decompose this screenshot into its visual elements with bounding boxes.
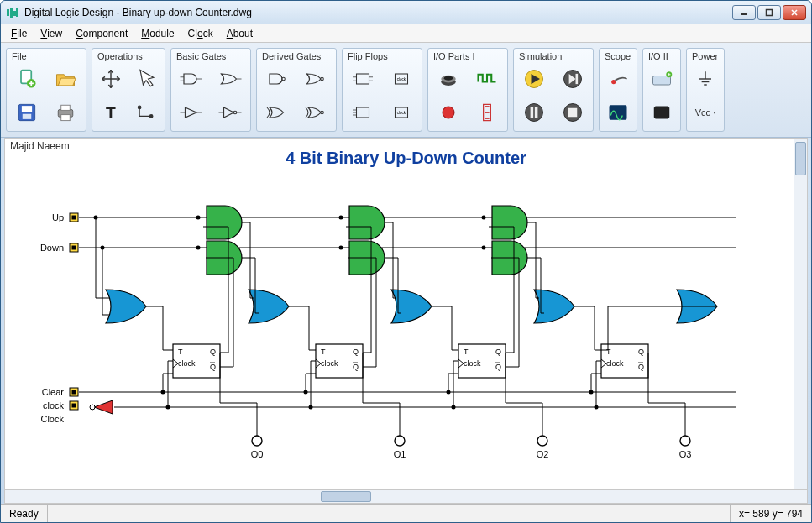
not-gate-tool[interactable] — [213, 97, 247, 128]
menu-component[interactable]: Component — [71, 26, 133, 41]
move-tool[interactable] — [96, 64, 126, 94]
nand-gate-tool[interactable] — [260, 64, 294, 94]
diagram-title: 4 Bit Binary Up-Down Counter — [5, 139, 807, 168]
svg-point-96 — [339, 246, 343, 250]
maximize-button[interactable] — [757, 5, 781, 20]
pin-up — [70, 213, 78, 222]
status-ready: Ready — [1, 505, 48, 522]
stop-button[interactable] — [556, 97, 589, 128]
pause-button[interactable] — [517, 97, 551, 128]
pin-clock-in — [70, 401, 78, 410]
lbl-clear: Clear — [42, 387, 65, 397]
not-gate — [90, 400, 113, 414]
app-window: Digital Logic Design - Binary up-down Co… — [0, 0, 812, 523]
canvas[interactable]: Majid Naeem 4 Bit Binary Up-Down Counter… — [5, 139, 807, 503]
vertical-scrollbar[interactable] — [794, 139, 807, 489]
keyboard-tool[interactable] — [647, 64, 677, 94]
jk-ff-tool[interactable] — [346, 97, 380, 128]
and-gate-tool[interactable] — [175, 64, 208, 94]
buffer-tool[interactable] — [175, 97, 208, 128]
d-ff-tool[interactable]: clock — [385, 64, 418, 94]
group-basic-gates: Basic Gates — [170, 48, 251, 132]
minimize-button[interactable] — [732, 5, 756, 20]
toolbar: File Operations T — [1, 43, 811, 138]
canvas-area: Majid Naeem 4 Bit Binary Up-Down Counter… — [4, 138, 808, 504]
window-title: Digital Logic Design - Binary up-down Co… — [24, 7, 732, 18]
group-scope: Scope — [599, 48, 637, 132]
svg-point-99 — [166, 405, 170, 410]
svg-point-101 — [452, 405, 456, 410]
save-button[interactable] — [10, 97, 44, 128]
horizontal-scrollbar[interactable] — [5, 489, 794, 503]
open-file-button[interactable] — [49, 64, 82, 94]
run-button[interactable] — [517, 64, 551, 94]
schematic-svg: T clock Q Q Up Down Clear clock Clock — [5, 172, 778, 483]
lbl-up: Up — [52, 212, 64, 222]
probe-tool[interactable] — [603, 64, 633, 94]
svg-point-94 — [196, 246, 201, 250]
stage-3: O3 — [601, 290, 717, 459]
menu-clock[interactable]: Clock — [183, 26, 218, 41]
step-button[interactable] — [556, 64, 589, 94]
svg-rect-64 — [654, 107, 669, 118]
xnor-gate-tool[interactable] — [299, 97, 333, 128]
nor-gate-tool[interactable] — [299, 64, 333, 94]
t-ff-tool[interactable]: clock — [385, 97, 418, 128]
status-coords: x= 589 y= 794 — [730, 505, 811, 522]
svg-text:clock: clock — [397, 77, 406, 81]
select-tool[interactable] — [131, 64, 161, 94]
pin-down — [70, 243, 78, 252]
sr-ff-tool[interactable] — [346, 64, 380, 94]
scroll-corner — [794, 489, 807, 503]
lbl-down: Down — [40, 243, 64, 253]
svg-point-78 — [90, 405, 95, 410]
svg-rect-14 — [61, 105, 71, 110]
seven-seg-tool[interactable] — [470, 97, 504, 128]
stage-0: O0 — [173, 206, 289, 459]
close-button[interactable] — [783, 5, 806, 20]
statusbar: Ready x= 589 y= 794 — [1, 504, 811, 522]
stage-1: O1 — [316, 206, 432, 459]
group-file: File — [6, 48, 86, 132]
vcc-tool[interactable]: Vcc · — [690, 97, 720, 128]
wire-tool[interactable] — [131, 97, 161, 128]
led-tool[interactable] — [432, 97, 465, 128]
xor-gate-tool[interactable] — [260, 97, 294, 128]
svg-rect-2 — [13, 11, 16, 16]
ground-tool[interactable] — [690, 64, 720, 94]
menubar: File View Component Module Clock About — [1, 24, 811, 43]
svg-rect-54 — [576, 74, 579, 84]
svg-point-105 — [447, 390, 451, 395]
svg-rect-0 — [7, 9, 9, 16]
group-power: Power Vcc · — [686, 48, 725, 132]
svg-point-46 — [444, 76, 453, 81]
svg-text:O1: O1 — [394, 449, 406, 459]
group-flipflops: Flip Flops clock clock — [342, 48, 422, 132]
print-button[interactable] — [49, 97, 82, 128]
or-gate-tool[interactable] — [213, 64, 247, 94]
svg-text:T: T — [106, 104, 116, 122]
clock-source-tool[interactable] — [470, 64, 504, 94]
or-0 — [106, 290, 146, 323]
titlebar: Digital Logic Design - Binary up-down Co… — [1, 1, 811, 24]
svg-rect-59 — [568, 108, 578, 118]
stage-2: O2 — [458, 206, 574, 459]
menu-file[interactable]: File — [6, 26, 32, 41]
new-file-button[interactable] — [10, 64, 44, 94]
svg-point-18 — [149, 115, 153, 118]
author-label: Majid Naeem — [10, 140, 70, 152]
svg-point-55 — [526, 104, 543, 122]
push-button-tool[interactable] — [432, 64, 465, 94]
svg-rect-57 — [535, 107, 538, 118]
svg-rect-62 — [653, 76, 671, 86]
svg-rect-11 — [22, 106, 32, 112]
svg-text:O3: O3 — [679, 449, 692, 459]
text-tool[interactable]: T — [96, 97, 126, 128]
svg-point-95 — [339, 216, 343, 220]
lbl-clock: Clock — [40, 414, 64, 424]
menu-view[interactable]: View — [35, 26, 67, 41]
menu-about[interactable]: About — [222, 26, 258, 41]
scope-tool[interactable] — [603, 97, 633, 128]
menu-module[interactable]: Module — [136, 26, 179, 41]
display-tool[interactable] — [647, 97, 677, 128]
